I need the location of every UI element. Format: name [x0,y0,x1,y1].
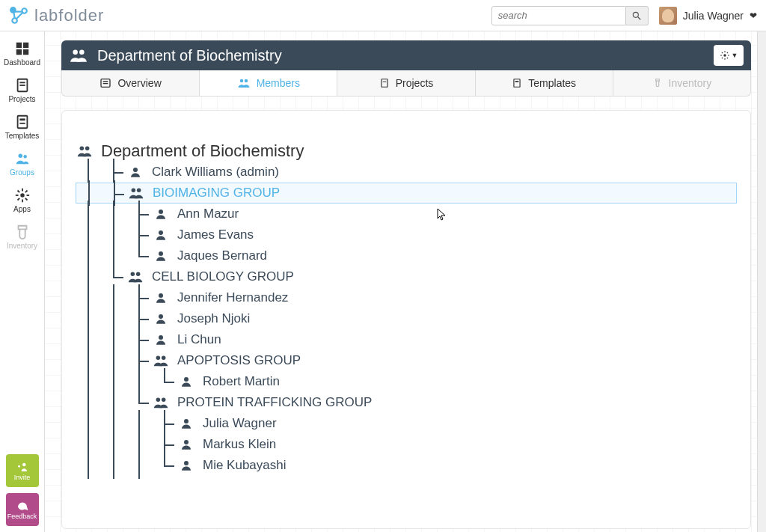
overview-icon [99,77,111,89]
tree-group-label: BIOIMAGING GROUP [153,186,280,201]
tree-group-label: CELL BIOLOGY GROUP [152,269,294,284]
group-icon [76,143,94,159]
svg-rect-16 [19,118,25,120]
tabs: Overview Members Projects Templates Inve… [61,70,751,97]
tree-member-row[interactable]: Mie Kubayashi [76,455,737,476]
tree-member-row[interactable]: Jaques Bernard [76,245,737,266]
svg-line-7 [638,16,641,19]
svg-point-64 [159,335,163,340]
svg-point-58 [159,230,163,235]
svg-point-29 [22,463,26,467]
sidebar-label-groups: Groups [10,168,34,177]
svg-point-54 [133,168,138,172]
svg-rect-48 [382,79,387,88]
tree-member-label: Markus Klein [203,437,276,452]
tree-subgroup-row[interactable]: APOPTOSIS GROUP [76,350,737,371]
tree-member-label: Jennifer Hernandez [177,290,288,305]
tree-member-label: Robert Martin [203,374,280,389]
inventory-icon [14,224,31,240]
user-menu[interactable]: Julia Wagner ❤ [659,7,757,25]
svg-point-66 [162,356,166,361]
inventory-tab-icon [652,78,663,88]
sidebar-item-templates[interactable]: Templates [0,109,44,146]
svg-line-5 [16,12,23,19]
tree-root-row[interactable]: Department of Biochemistry [76,141,737,162]
caret-down-icon: ▼ [732,52,738,59]
svg-point-68 [156,398,161,403]
svg-line-42 [726,52,727,53]
tree-group-label: PROTEIN TRAFFICKING GROUP [177,395,372,410]
tab-members[interactable]: Members [200,70,337,96]
tree-member-label: Julia Wagner [203,416,277,431]
content-panel: Department of BiochemistryClark Williams… [61,110,751,529]
tree-member-row[interactable]: Clark Williams (admin) [76,162,737,183]
tree-member-row[interactable]: Ann Mazur [76,204,737,224]
panel-header: Department of Biochemistry ▼ [61,40,751,70]
tree-group-row[interactable]: BIOIMAGING GROUP [76,183,737,204]
logo[interactable]: labfolder [9,6,104,25]
tree-member-label: Joseph Njoki [177,311,250,326]
tree-group-label: APOPTOSIS GROUP [177,353,301,368]
tree-member-label: Ann Mazur [177,207,239,221]
svg-point-69 [162,398,166,403]
person-icon [152,207,170,221]
sidebar-item-groups[interactable]: Groups [0,146,44,183]
sidebar-item-projects[interactable]: Projects [0,73,44,109]
search-icon [631,10,642,21]
svg-point-60 [131,272,135,277]
svg-point-33 [79,49,85,55]
tree-member-row[interactable]: Joseph Njoki [76,308,737,329]
svg-line-25 [17,190,19,192]
tree-subgroup-row[interactable]: PROTEIN TRAFFICKING GROUP [76,392,737,413]
person-icon [177,459,195,472]
panel-title: Department of Biochemistry [97,47,282,64]
tree-member-row[interactable]: Jennifer Hernandez [76,287,737,308]
main-area: Department of Biochemistry ▼ Overview Me… [45,31,766,532]
sidebar-label-templates: Templates [5,132,40,140]
svg-point-52 [80,147,85,151]
sidebar-label-dashboard: Dashboard [4,58,40,67]
person-icon [177,438,195,451]
group-icon [127,185,145,201]
invite-button[interactable]: Invite [6,454,39,487]
feedback-button[interactable]: Feedback [6,493,39,526]
avatar [659,7,677,25]
invite-icon [16,460,29,474]
svg-point-32 [73,49,78,55]
sidebar-item-apps[interactable]: Apps [0,183,44,219]
person-icon [126,165,144,179]
svg-point-63 [159,314,163,319]
svg-point-72 [184,461,189,465]
logo-icon [9,6,28,25]
tab-projects[interactable]: Projects [337,70,475,96]
tree-member-row[interactable]: Julia Wagner [76,413,737,434]
tree-member-row[interactable]: James Evans [76,224,737,245]
tree-member-label: James Evans [177,227,254,242]
tree-member-row[interactable]: Robert Martin [76,371,737,392]
settings-button[interactable]: ▼ [714,45,744,66]
tree-group-row[interactable]: CELL BIOLOGY GROUP [76,266,737,287]
svg-line-40 [726,58,727,58]
svg-rect-50 [514,79,520,88]
search-input[interactable] [491,6,626,25]
svg-point-57 [159,210,163,214]
search-box [491,6,649,25]
scrollbar[interactable] [757,31,766,532]
tab-overview[interactable]: Overview [62,70,200,96]
sidebar-item-dashboard[interactable]: Dashboard [0,36,44,73]
svg-rect-9 [22,43,28,48]
svg-point-67 [184,377,189,382]
search-button[interactable] [626,6,649,25]
person-icon [177,417,195,430]
tree-member-row[interactable]: Markus Klein [76,434,737,455]
feedback-label: Feedback [7,513,37,520]
tab-templates[interactable]: Templates [476,70,613,96]
tree-member-row[interactable]: Li Chun [76,329,737,350]
svg-line-4 [14,12,15,18]
tab-overview-label: Overview [117,77,161,89]
sidebar-label-apps: Apps [13,205,31,213]
invite-label: Invite [14,474,31,481]
svg-point-19 [23,155,26,158]
svg-line-28 [25,190,27,192]
svg-point-46 [239,79,243,83]
